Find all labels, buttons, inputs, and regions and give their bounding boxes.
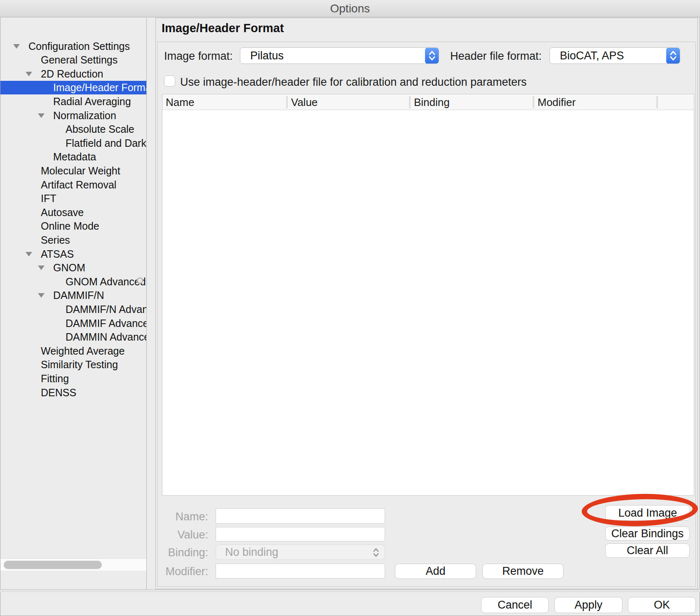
tree-item-series[interactable]: Series xyxy=(0,233,146,247)
tree-item-image-header-format[interactable]: Image/Header Format xyxy=(0,81,146,94)
column-divider[interactable] xyxy=(533,96,534,108)
column-header-binding[interactable]: Binding xyxy=(414,96,450,109)
tree-item-ift[interactable]: IFT xyxy=(0,192,146,205)
tree-item-label: DAMMIF/N xyxy=(53,289,104,302)
ok-button[interactable]: OK xyxy=(628,597,696,613)
image-format-dropdown[interactable]: Pilatus xyxy=(240,47,439,64)
page-title: Image/Header Format xyxy=(162,21,284,35)
column-divider[interactable] xyxy=(286,96,288,108)
tree-item-label: Absolute Scale xyxy=(66,122,134,136)
modifier-input[interactable] xyxy=(216,564,385,578)
tree-item-label: Configuration Settings xyxy=(28,40,130,53)
chevron-up-down-icon xyxy=(425,47,439,64)
header-format-value: BioCAT, APS xyxy=(560,49,624,62)
window-titlebar[interactable]: Options xyxy=(0,0,700,17)
cancel-button[interactable]: Cancel xyxy=(481,597,549,613)
header-format-dropdown[interactable]: BioCAT, APS xyxy=(550,47,680,64)
tree-item-label: Radial Averaging xyxy=(53,95,131,108)
tree-item-label: ATSAS xyxy=(41,247,74,261)
clear-bindings-button[interactable]: Clear Bindings xyxy=(605,527,690,541)
value-field-label: Value: xyxy=(157,529,208,541)
scrollbar-thumb[interactable] xyxy=(4,561,102,569)
tree-item-label: GNOM xyxy=(53,261,85,275)
tree-item-radial-averaging[interactable]: Radial Averaging xyxy=(0,95,146,108)
tree-item-gnom-advanced[interactable]: GNOM Advanced xyxy=(0,275,146,289)
binding-dropdown-value: No binding xyxy=(225,546,278,558)
name-field-label: Name: xyxy=(157,510,208,523)
apply-button[interactable]: Apply xyxy=(554,597,622,613)
tree-item-metadata[interactable]: Metadata xyxy=(0,150,146,164)
expander-triangle-icon[interactable] xyxy=(38,113,45,118)
column-header-name[interactable]: Name xyxy=(166,96,194,109)
tree-item-denss[interactable]: DENSS xyxy=(0,386,146,400)
tree-item-label: Normalization xyxy=(53,109,116,122)
value-input[interactable] xyxy=(216,527,385,541)
name-input[interactable] xyxy=(216,508,385,524)
tree-item-flatfield-and-dark-correction[interactable]: Flatfield and Dark Correction xyxy=(0,136,146,150)
tree-item-label: 2D Reduction xyxy=(41,67,103,81)
add-button[interactable]: Add xyxy=(395,564,476,579)
binding-dropdown[interactable]: No binding xyxy=(216,544,385,560)
tree-item-dammin-advanced[interactable]: DAMMIN Advanced xyxy=(0,330,146,344)
options-dialog: { "window": { "title": "Options" }, "sid… xyxy=(0,0,700,616)
tree-item-molecular-weight[interactable]: Molecular Weight xyxy=(0,164,146,178)
tree-item-2d-reduction[interactable]: 2D Reduction xyxy=(0,67,146,81)
table-header-row: Name Value Binding Modifier xyxy=(162,94,694,110)
tree-item-online-mode[interactable]: Online Mode xyxy=(0,219,146,233)
tree-item-atsas[interactable]: ATSAS xyxy=(0,247,146,261)
remove-button[interactable]: Remove xyxy=(482,564,564,579)
tree-item-absolute-scale[interactable]: Absolute Scale xyxy=(0,122,146,136)
expander-triangle-icon[interactable] xyxy=(26,252,32,256)
expander-triangle-icon[interactable] xyxy=(13,44,20,49)
expander-triangle-icon[interactable] xyxy=(26,72,32,76)
chevron-up-down-icon xyxy=(372,547,380,562)
expander-triangle-icon[interactable] xyxy=(38,266,45,270)
tree-item-label: Fitting xyxy=(41,372,69,386)
tree-item-dammif-n[interactable]: DAMMIF/N xyxy=(0,289,146,302)
tree-item-label: Artifact Removal xyxy=(41,178,116,192)
tree-item-label: Autosave xyxy=(41,206,84,219)
column-header-modifier[interactable]: Modifier xyxy=(538,96,576,109)
tree-item-fitting[interactable]: Fitting xyxy=(0,372,146,386)
header-format-label: Header file format: xyxy=(450,50,542,63)
chevron-up-down-icon xyxy=(666,47,680,64)
splitter-handle[interactable] xyxy=(137,277,143,284)
tree-item-label: Metadata xyxy=(53,150,96,164)
tree-item-label: DAMMIN Advanced xyxy=(66,330,147,344)
tree-item-similarity-testing[interactable]: Similarity Testing xyxy=(0,358,146,371)
tree-item-label: Series xyxy=(41,233,70,247)
tree-item-label: Online Mode xyxy=(41,219,99,233)
binding-field-label: Binding: xyxy=(157,546,208,559)
tree-item-label: DENSS xyxy=(41,386,76,400)
tree-item-configuration-settings[interactable]: Configuration Settings xyxy=(0,40,146,53)
tree-item-dammif-advanced[interactable]: DAMMIF Advanced xyxy=(0,317,146,330)
tree-item-label: Weighted Average xyxy=(41,344,124,358)
use-header-file-checkbox-label: Use image-header/header file for calibra… xyxy=(180,76,526,89)
tree-item-normalization[interactable]: Normalization xyxy=(0,109,146,122)
tree-item-label: Image/Header Format xyxy=(53,81,147,94)
image-format-value: Pilatus xyxy=(250,49,284,62)
tree-item-dammif-n-advanced[interactable]: DAMMIF/N Advanced xyxy=(0,303,146,316)
expander-triangle-icon[interactable] xyxy=(38,293,45,298)
sidebar-tree: Configuration SettingsGeneral Settings2D… xyxy=(0,18,147,589)
tree-item-label: Similarity Testing xyxy=(41,358,118,371)
load-image-button[interactable]: Load Image xyxy=(605,505,690,521)
clear-all-button[interactable]: Clear All xyxy=(605,543,690,558)
tree-item-gnom[interactable]: GNOM xyxy=(0,261,146,275)
tree-item-label: Molecular Weight xyxy=(41,164,120,178)
tree-item-label: Flatfield and Dark Correction xyxy=(66,136,147,150)
sidebar-horizontal-scrollbar[interactable] xyxy=(0,558,146,571)
tree-item-artifact-removal[interactable]: Artifact Removal xyxy=(0,178,146,192)
use-header-file-checkbox[interactable] xyxy=(164,75,175,87)
column-divider[interactable] xyxy=(409,96,411,108)
tree-item-autosave[interactable]: Autosave xyxy=(0,206,146,219)
modifier-field-label: Modifier: xyxy=(157,565,208,578)
tree-item-label: GNOM Advanced xyxy=(66,275,146,289)
footer-divider xyxy=(0,589,700,592)
tree-item-label: IFT xyxy=(41,192,56,205)
tree-item-weighted-average[interactable]: Weighted Average xyxy=(0,344,146,358)
tree-item-general-settings[interactable]: General Settings xyxy=(0,53,146,67)
column-divider[interactable] xyxy=(656,96,658,108)
header-bindings-table: Name Value Binding Modifier xyxy=(162,94,694,496)
column-header-value[interactable]: Value xyxy=(291,96,318,109)
